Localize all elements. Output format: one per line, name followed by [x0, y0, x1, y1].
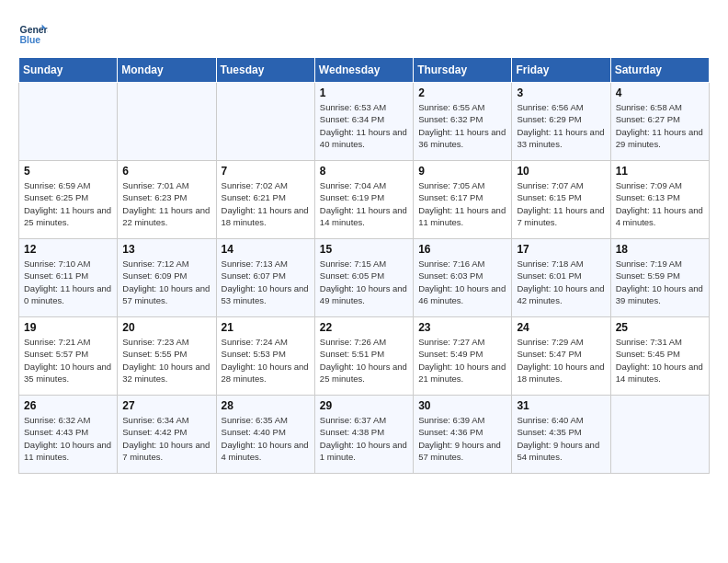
weekday-header: Friday [512, 58, 610, 83]
day-number: 24 [517, 321, 605, 334]
calendar-cell: 10Sunrise: 7:07 AM Sunset: 6:15 PM Dayli… [512, 161, 610, 239]
calendar-cell: 9Sunrise: 7:05 AM Sunset: 6:17 PM Daylig… [414, 161, 512, 239]
weekday-header: Thursday [414, 58, 512, 83]
calendar-cell: 30Sunrise: 6:39 AM Sunset: 4:36 PM Dayli… [414, 396, 512, 474]
day-info: Sunrise: 7:23 AM Sunset: 5:55 PM Dayligh… [122, 336, 210, 385]
day-info: Sunrise: 7:02 AM Sunset: 6:21 PM Dayligh… [222, 179, 310, 228]
day-info: Sunrise: 6:39 AM Sunset: 4:36 PM Dayligh… [418, 414, 506, 463]
day-info: Sunrise: 7:12 AM Sunset: 6:09 PM Dayligh… [122, 258, 210, 306]
day-info: Sunrise: 7:07 AM Sunset: 6:15 PM Dayligh… [517, 179, 605, 228]
calendar-cell: 5Sunrise: 6:59 AM Sunset: 6:25 PM Daylig… [19, 161, 118, 239]
day-info: Sunrise: 6:58 AM Sunset: 6:27 PM Dayligh… [616, 101, 704, 150]
calendar-header-row: SundayMondayTuesdayWednesdayThursdayFrid… [19, 58, 710, 83]
day-info: Sunrise: 7:29 AM Sunset: 5:47 PM Dayligh… [517, 336, 605, 385]
calendar-cell: 2Sunrise: 6:55 AM Sunset: 6:32 PM Daylig… [414, 83, 512, 161]
calendar-cell: 14Sunrise: 7:13 AM Sunset: 6:07 PM Dayli… [216, 239, 314, 317]
day-number: 18 [616, 243, 704, 256]
calendar-cell: 20Sunrise: 7:23 AM Sunset: 5:55 PM Dayli… [118, 317, 216, 396]
day-info: Sunrise: 6:59 AM Sunset: 6:25 PM Dayligh… [24, 179, 112, 228]
day-info: Sunrise: 7:15 AM Sunset: 6:05 PM Dayligh… [320, 258, 408, 306]
weekday-header: Sunday [19, 58, 118, 83]
day-number: 20 [122, 321, 210, 334]
calendar-cell: 23Sunrise: 7:27 AM Sunset: 5:49 PM Dayli… [414, 317, 512, 396]
weekday-header: Wednesday [314, 58, 413, 83]
day-info: Sunrise: 6:53 AM Sunset: 6:34 PM Dayligh… [320, 101, 408, 150]
logo-icon: General Blue [18, 18, 48, 48]
day-info: Sunrise: 7:16 AM Sunset: 6:03 PM Dayligh… [418, 258, 506, 306]
day-info: Sunrise: 6:56 AM Sunset: 6:29 PM Dayligh… [517, 101, 605, 150]
day-info: Sunrise: 6:55 AM Sunset: 6:32 PM Dayligh… [418, 101, 506, 150]
calendar-cell: 26Sunrise: 6:32 AM Sunset: 4:43 PM Dayli… [19, 396, 118, 474]
day-info: Sunrise: 7:24 AM Sunset: 5:53 PM Dayligh… [222, 336, 310, 385]
day-number: 26 [24, 399, 112, 412]
weekday-header: Tuesday [216, 58, 314, 83]
calendar-week-row: 26Sunrise: 6:32 AM Sunset: 4:43 PM Dayli… [19, 396, 710, 474]
day-info: Sunrise: 6:32 AM Sunset: 4:43 PM Dayligh… [24, 414, 112, 463]
calendar-week-row: 19Sunrise: 7:21 AM Sunset: 5:57 PM Dayli… [19, 317, 710, 396]
calendar-cell [610, 396, 709, 474]
day-info: Sunrise: 7:09 AM Sunset: 6:13 PM Dayligh… [616, 179, 704, 228]
day-number: 8 [320, 165, 408, 178]
day-info: Sunrise: 7:05 AM Sunset: 6:17 PM Dayligh… [418, 179, 506, 228]
day-number: 16 [418, 243, 506, 256]
calendar-cell: 29Sunrise: 6:37 AM Sunset: 4:38 PM Dayli… [314, 396, 413, 474]
calendar-cell: 25Sunrise: 7:31 AM Sunset: 5:45 PM Dayli… [610, 317, 709, 396]
calendar-cell: 24Sunrise: 7:29 AM Sunset: 5:47 PM Dayli… [512, 317, 610, 396]
calendar-cell: 16Sunrise: 7:16 AM Sunset: 6:03 PM Dayli… [414, 239, 512, 317]
day-info: Sunrise: 6:34 AM Sunset: 4:42 PM Dayligh… [122, 414, 210, 463]
calendar-cell: 4Sunrise: 6:58 AM Sunset: 6:27 PM Daylig… [610, 83, 709, 161]
calendar-week-row: 12Sunrise: 7:10 AM Sunset: 6:11 PM Dayli… [19, 239, 710, 317]
day-info: Sunrise: 7:31 AM Sunset: 5:45 PM Dayligh… [616, 336, 704, 385]
calendar-cell [216, 83, 314, 161]
weekday-header: Saturday [610, 58, 709, 83]
day-info: Sunrise: 7:10 AM Sunset: 6:11 PM Dayligh… [24, 258, 112, 306]
calendar-week-row: 1Sunrise: 6:53 AM Sunset: 6:34 PM Daylig… [19, 83, 710, 161]
day-number: 28 [222, 399, 310, 412]
day-number: 23 [418, 321, 506, 334]
calendar-cell: 19Sunrise: 7:21 AM Sunset: 5:57 PM Dayli… [19, 317, 118, 396]
day-number: 14 [222, 243, 310, 256]
day-number: 7 [222, 165, 310, 178]
day-info: Sunrise: 7:18 AM Sunset: 6:01 PM Dayligh… [517, 258, 605, 306]
day-info: Sunrise: 7:26 AM Sunset: 5:51 PM Dayligh… [320, 336, 408, 385]
day-number: 5 [24, 165, 112, 178]
calendar-cell [19, 83, 118, 161]
day-info: Sunrise: 7:27 AM Sunset: 5:49 PM Dayligh… [418, 336, 506, 385]
day-number: 6 [122, 165, 210, 178]
day-number: 1 [320, 86, 408, 99]
day-info: Sunrise: 7:01 AM Sunset: 6:23 PM Dayligh… [122, 179, 210, 228]
calendar-week-row: 5Sunrise: 6:59 AM Sunset: 6:25 PM Daylig… [19, 161, 710, 239]
calendar-cell: 12Sunrise: 7:10 AM Sunset: 6:11 PM Dayli… [19, 239, 118, 317]
day-number: 11 [616, 165, 704, 178]
day-number: 2 [418, 86, 506, 99]
weekday-header: Monday [118, 58, 216, 83]
calendar-cell: 1Sunrise: 6:53 AM Sunset: 6:34 PM Daylig… [314, 83, 413, 161]
day-number: 29 [320, 399, 408, 412]
day-number: 25 [616, 321, 704, 334]
day-number: 22 [320, 321, 408, 334]
day-number: 10 [517, 165, 605, 178]
day-number: 3 [517, 86, 605, 99]
calendar-cell [118, 83, 216, 161]
day-info: Sunrise: 7:04 AM Sunset: 6:19 PM Dayligh… [320, 179, 408, 228]
calendar-cell: 11Sunrise: 7:09 AM Sunset: 6:13 PM Dayli… [610, 161, 709, 239]
day-number: 31 [517, 399, 605, 412]
calendar-cell: 21Sunrise: 7:24 AM Sunset: 5:53 PM Dayli… [216, 317, 314, 396]
day-info: Sunrise: 7:13 AM Sunset: 6:07 PM Dayligh… [222, 258, 310, 306]
calendar-cell: 7Sunrise: 7:02 AM Sunset: 6:21 PM Daylig… [216, 161, 314, 239]
calendar-cell: 3Sunrise: 6:56 AM Sunset: 6:29 PM Daylig… [512, 83, 610, 161]
day-number: 19 [24, 321, 112, 334]
page-header: General Blue [18, 18, 710, 48]
day-number: 12 [24, 243, 112, 256]
calendar-cell: 15Sunrise: 7:15 AM Sunset: 6:05 PM Dayli… [314, 239, 413, 317]
day-number: 17 [517, 243, 605, 256]
calendar-cell: 17Sunrise: 7:18 AM Sunset: 6:01 PM Dayli… [512, 239, 610, 317]
calendar-cell: 22Sunrise: 7:26 AM Sunset: 5:51 PM Dayli… [314, 317, 413, 396]
day-info: Sunrise: 6:37 AM Sunset: 4:38 PM Dayligh… [320, 414, 408, 463]
calendar-cell: 18Sunrise: 7:19 AM Sunset: 5:59 PM Dayli… [610, 239, 709, 317]
day-info: Sunrise: 6:35 AM Sunset: 4:40 PM Dayligh… [222, 414, 310, 463]
calendar-table: SundayMondayTuesdayWednesdayThursdayFrid… [18, 57, 710, 474]
calendar-cell: 6Sunrise: 7:01 AM Sunset: 6:23 PM Daylig… [118, 161, 216, 239]
day-number: 27 [122, 399, 210, 412]
day-info: Sunrise: 7:19 AM Sunset: 5:59 PM Dayligh… [616, 258, 704, 306]
